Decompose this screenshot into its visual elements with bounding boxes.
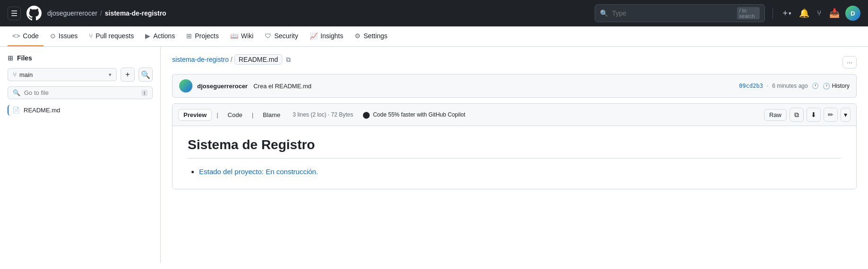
- download-button[interactable]: ⬇: [807, 108, 821, 122]
- inbox-icon: 📥: [829, 8, 840, 18]
- settings-icon: ⚙: [355, 32, 361, 40]
- commit-separator: ·: [767, 83, 768, 89]
- projects-icon: ⊞: [186, 32, 192, 40]
- edit-more-button[interactable]: ▾: [841, 108, 851, 122]
- branch-name: main: [19, 71, 106, 78]
- copilot-badge: ⬤ Code 55% faster with GitHub Copilot: [363, 111, 465, 118]
- more-chevron-icon: ▾: [844, 111, 847, 118]
- nav-label-pull-requests: Pull requests: [95, 32, 134, 40]
- readme-divider: [188, 158, 841, 159]
- goto-search-icon: 🔍: [13, 89, 20, 96]
- copilot-text: Code 55% faster with GitHub Copilot: [373, 111, 465, 118]
- tab-code[interactable]: Code: [223, 109, 247, 120]
- goto-file-bar[interactable]: 🔍 t: [8, 86, 153, 99]
- pull-request-icon: ⑂: [89, 32, 93, 40]
- commit-author-avatar: [179, 79, 192, 92]
- avatar[interactable]: D: [845, 6, 860, 21]
- nav-label-settings: Settings: [364, 32, 388, 40]
- nav-item-wiki[interactable]: 📖 Wiki: [226, 26, 258, 46]
- commit-clock-icon: 🕐: [812, 83, 819, 89]
- copy-content-button[interactable]: ⧉: [790, 108, 804, 122]
- breadcrumb-sep: /: [100, 9, 102, 17]
- nav-item-settings[interactable]: ⚙ Settings: [350, 26, 392, 46]
- code-icon: <>: [12, 32, 20, 40]
- inbox-button[interactable]: 📥: [827, 6, 842, 20]
- copilot-icon: ⬤: [363, 111, 370, 118]
- tab-preview[interactable]: Preview: [178, 109, 212, 121]
- copy-icon: ⧉: [286, 56, 291, 63]
- pull-requests-button[interactable]: ⑂: [815, 7, 824, 19]
- repo-name[interactable]: sistema-de-registro: [105, 9, 166, 17]
- search-icon: 🔍: [600, 9, 608, 17]
- insights-icon: 📈: [310, 32, 318, 40]
- nav-label-actions: Actions: [153, 32, 175, 40]
- tab-separator-2: |: [252, 111, 253, 118]
- nav-item-security[interactable]: 🛡 Security: [260, 26, 303, 46]
- tab-separator: |: [217, 111, 218, 118]
- notifications-button[interactable]: 🔔: [797, 6, 811, 20]
- file-breadcrumb: sistema-de-registro / README.md ⧉: [172, 54, 293, 65]
- global-search-bar[interactable]: 🔍 / to search: [595, 4, 765, 22]
- branch-chevron-icon: ▾: [109, 72, 112, 78]
- commit-hash[interactable]: 09cd2b3: [739, 83, 763, 89]
- bell-icon: 🔔: [799, 8, 809, 18]
- file-actions: Raw ⧉ ⬇ ✏ ▾: [764, 108, 851, 122]
- security-icon: 🛡: [265, 32, 271, 40]
- github-logo: [26, 6, 42, 21]
- more-options-button[interactable]: ···: [842, 56, 857, 68]
- nav-item-issues[interactable]: ⊙ Issues: [45, 26, 82, 46]
- breadcrumb-current-file: README.md: [234, 54, 282, 65]
- readme-content: Sistema de Registro Estado del proyecto:…: [173, 126, 856, 189]
- raw-button[interactable]: Raw: [764, 109, 787, 121]
- goto-file-input[interactable]: [24, 89, 138, 96]
- download-icon: ⬇: [811, 111, 816, 118]
- list-value: En construcción.: [266, 168, 318, 176]
- search-input[interactable]: [612, 9, 733, 17]
- sidebar: ⊞ Files ⑂ main ▾ + 🔍 🔍 t 📄 README.md: [0, 47, 161, 263]
- tab-blame[interactable]: Blame: [258, 109, 285, 120]
- nav-item-actions[interactable]: ▶ Actions: [140, 26, 180, 46]
- search-files-icon: 🔍: [141, 70, 150, 79]
- file-item-readme[interactable]: 📄 README.md: [8, 105, 153, 116]
- nav-item-insights[interactable]: 📈 Insights: [305, 26, 348, 46]
- commit-meta: 09cd2b3 · 6 minutes ago 🕐 🕐 History: [739, 83, 850, 90]
- copy-content-icon: ⧉: [794, 111, 799, 119]
- search-files-button[interactable]: 🔍: [139, 67, 153, 82]
- nav-label-projects: Projects: [195, 32, 219, 40]
- file-view: Preview | Code | Blame 3 lines (2 loc) ·…: [172, 103, 857, 189]
- edit-button[interactable]: ✏: [824, 108, 838, 122]
- list-item: Estado del proyecto: En construcción.: [199, 166, 841, 177]
- nav-item-pull-requests[interactable]: ⑂ Pull requests: [84, 26, 139, 46]
- history-link[interactable]: 🕐 History: [823, 83, 850, 90]
- search-shortcut-kbd: / to search: [737, 7, 760, 19]
- history-icon: 🕐: [823, 83, 830, 90]
- nav-label-insights: Insights: [321, 32, 343, 40]
- ellipsis-icon: ···: [847, 59, 852, 66]
- plus-icon: +: [125, 70, 130, 79]
- breadcrumb-row: sistema-de-registro / README.md ⧉ ···: [172, 54, 857, 70]
- repo-nav: <> Code ⊙ Issues ⑂ Pull requests ▶ Actio…: [0, 26, 868, 47]
- branch-dropdown[interactable]: ⑂ main ▾: [8, 68, 117, 81]
- readme-list: Estado del proyecto: En construcción.: [188, 166, 841, 177]
- sidebar-toggle-button[interactable]: ☰: [8, 7, 21, 20]
- create-button[interactable]: + ▾: [781, 7, 793, 20]
- commit-author-name[interactable]: djoseguerrerocer: [197, 83, 248, 90]
- nav-item-code[interactable]: <> Code: [8, 26, 43, 46]
- sidebar-title: Files: [17, 54, 32, 62]
- issues-icon: ⊙: [50, 32, 56, 40]
- copy-path-button[interactable]: ⧉: [284, 55, 293, 65]
- file-view-header: Preview | Code | Blame 3 lines (2 loc) ·…: [173, 104, 856, 126]
- files-panel-icon: ⊞: [8, 54, 13, 62]
- file-name: README.md: [24, 107, 60, 114]
- branch-selector: ⑂ main ▾ + 🔍: [8, 67, 153, 82]
- add-file-button[interactable]: +: [121, 67, 135, 82]
- commit-info-row: djoseguerrerocer Crea el README.md 09cd2…: [172, 74, 857, 98]
- breadcrumb-repo-link[interactable]: sistema-de-registro: [172, 56, 229, 63]
- edit-icon: ✏: [828, 111, 833, 118]
- pr-icon: ⑂: [817, 9, 822, 17]
- sidebar-header: ⊞ Files: [8, 54, 153, 62]
- hamburger-icon: ☰: [11, 9, 17, 17]
- nav-item-projects[interactable]: ⊞ Projects: [182, 26, 224, 46]
- owner-name[interactable]: djoseguerrerocer: [47, 9, 97, 17]
- list-label: Estado del proyecto:: [199, 168, 264, 176]
